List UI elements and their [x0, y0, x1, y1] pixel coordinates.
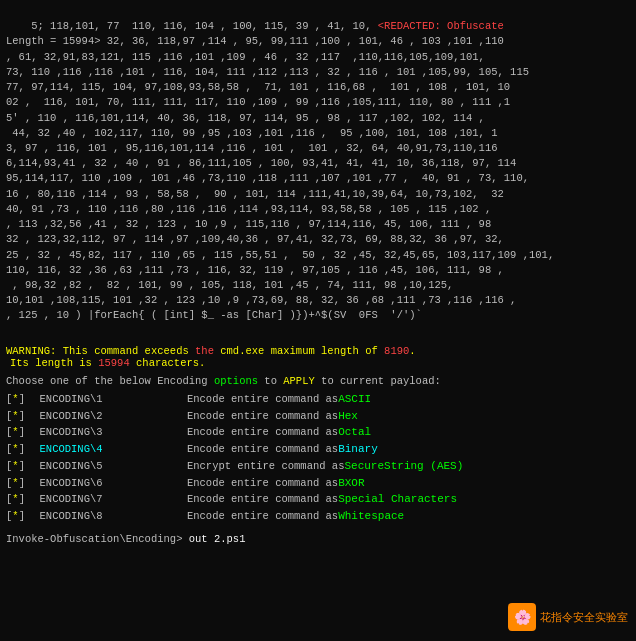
watermark-text: 花指令安全实验室	[540, 610, 628, 625]
watermark: 🌸 花指令安全实验室	[508, 603, 628, 631]
prompt-command: out 2.ps1	[182, 533, 245, 545]
prompt-path: Invoke-Obfuscation\Encoding>	[6, 533, 182, 545]
choose-options-word: options	[214, 375, 258, 387]
enc-desc-7: Encode entire command as	[187, 492, 338, 508]
enc-key-5: ENCODING\5	[27, 459, 187, 475]
warning-dot: .	[409, 345, 415, 357]
enc-bracket: ]	[19, 409, 25, 425]
enc-type-4: Binary	[338, 441, 378, 458]
enc-type-5: SecureString (AES)	[344, 458, 463, 475]
warning-mid: cmd.exe maximum length of	[214, 345, 384, 357]
enc-bracket: ]	[19, 425, 25, 441]
enc-desc-4: Encode entire command as	[187, 442, 338, 458]
choose-apply-word: APPLY	[283, 375, 315, 387]
code-line-20: , 125 , 10 ) |forEach{ ( [int] $_ -as [C…	[6, 309, 422, 321]
code-line-12: 16 , 80,116 ,114 , 93 , 58,58 , 90 , 101…	[6, 188, 504, 200]
enc-key-2: ENCODING\2	[27, 409, 187, 425]
enc-type-1: ASCII	[338, 391, 371, 408]
choose-to: to	[258, 375, 283, 387]
list-item: [*] ENCODING\4 Encode entire command as …	[6, 441, 630, 458]
warning-cmdexe: the	[195, 345, 214, 357]
code-line-9: 3, 97 , 116, 101 , 95,116,101,114 ,116 ,…	[6, 142, 497, 154]
warning-max-length: 8190	[384, 345, 409, 357]
code-line-6: 02 , 116, 101, 70, 111, 111, 117, 110 ,1…	[6, 96, 510, 108]
code-line-1: 5; 118,101, 77 110, 116, 104 , 100, 115,…	[31, 20, 378, 32]
enc-bracket: ]	[19, 459, 25, 475]
code-line-8: 44, 32 ,40 , 102,117, 110, 99 ,95 ,103 ,…	[6, 127, 498, 139]
enc-key-1: ENCODING\1	[27, 392, 187, 408]
enc-desc-2: Encode entire command as	[187, 409, 338, 425]
enc-bracket: ]	[19, 392, 25, 408]
warning-line2: Its length is 15994 characters.	[6, 357, 630, 369]
code-output: 5; 118,101, 77 110, 116, 104 , 100, 115,…	[6, 4, 630, 339]
code-line-14: , 113 ,32,56 ,41 , 32 , 123 , 10 ,9 , 11…	[6, 218, 491, 230]
list-item: [*] ENCODING\2 Encode entire command as …	[6, 408, 630, 425]
list-item: [*] ENCODING\8 Encode entire command as …	[6, 508, 630, 525]
code-line-5: 77, 97,114, 115, 104, 97,108,93,58,58 , …	[6, 81, 510, 93]
warning-line1: WARNING: This command exceeds the cmd.ex…	[6, 345, 630, 357]
code-line-15: 32 , 123,32,112, 97 , 114 ,97 ,109,40,36…	[6, 233, 504, 245]
watermark-icon: 🌸	[508, 603, 536, 631]
encoding-list: [*] ENCODING\1 Encode entire command as …	[6, 391, 630, 525]
enc-bracket: ]	[19, 476, 25, 492]
code-line-11: 95,114,117, 110 ,109 , 101 ,46 ,73,110 ,…	[6, 172, 529, 184]
enc-desc-8: Encode entire command as	[187, 509, 338, 525]
enc-type-7: Special Characters	[338, 491, 457, 508]
enc-key-7: ENCODING\7	[27, 492, 187, 508]
terminal: 5; 118,101, 77 110, 116, 104 , 100, 115,…	[0, 0, 636, 641]
list-item: [*] ENCODING\3 Encode entire command as …	[6, 424, 630, 441]
warning-its: Its length is	[10, 357, 98, 369]
warning-chars: characters.	[130, 357, 206, 369]
enc-key-6: ENCODING\6	[27, 476, 187, 492]
enc-desc-5: Encrypt entire command as	[187, 459, 345, 475]
code-line-3: , 61, 32,91,83,121, 115 ,116 ,101 ,109 ,…	[6, 51, 485, 63]
enc-bracket: ]	[19, 509, 25, 525]
enc-desc-1: Encode entire command as	[187, 392, 338, 408]
list-item: [*] ENCODING\5 Encrypt entire command as…	[6, 458, 630, 475]
code-line-16: 25 , 32 , 45,82, 117 , 110 ,65 , 115 ,55…	[6, 249, 554, 261]
enc-type-3: Octal	[338, 424, 371, 441]
choose-line: Choose one of the below Encoding options…	[6, 375, 630, 387]
enc-bracket: ]	[19, 442, 25, 458]
enc-key-4: ENCODING\4	[27, 442, 187, 458]
warning-section: WARNING: This command exceeds the cmd.ex…	[6, 345, 630, 369]
code-line-2: Length = 15994> 32, 36, 118,97 ,114 , 95…	[6, 35, 504, 47]
warning-prefix: WARNING: This command exceeds	[6, 345, 195, 357]
enc-bracket: ]	[19, 492, 25, 508]
code-line-10: 6,114,93,41 , 32 , 40 , 91 , 86,111,105 …	[6, 157, 516, 169]
enc-type-2: Hex	[338, 408, 358, 425]
choose-prefix: Choose one of the below Encoding	[6, 375, 214, 387]
enc-key-3: ENCODING\3	[27, 425, 187, 441]
enc-type-8: Whitespace	[338, 508, 404, 525]
enc-desc-6: Encode entire command as	[187, 476, 338, 492]
code-line-17: 110, 116, 32 ,36 ,63 ,111 ,73 , 116, 32,…	[6, 264, 504, 276]
code-line-7: 5' , 110 , 116,101,114, 40, 36, 118, 97,…	[6, 112, 485, 124]
code-line-19: 10,101 ,108,115, 101 ,32 , 123 ,10 ,9 ,7…	[6, 294, 516, 306]
enc-desc-3: Encode entire command as	[187, 425, 338, 441]
code-line-13: 40, 91 ,73 , 110 ,116 ,80 ,116 ,116 ,114…	[6, 203, 491, 215]
code-line-4: 73, 110 ,116 ,116 ,101 , 116, 104, 111 ,…	[6, 66, 529, 78]
list-item: [*] ENCODING\1 Encode entire command as …	[6, 391, 630, 408]
code-line-18: , 98,32 ,82 , 82 , 101, 99 , 105, 118, 1…	[6, 279, 453, 291]
redacted-marker: <REDACTED: Obfuscate	[378, 20, 504, 32]
list-item: [*] ENCODING\7 Encode entire command as …	[6, 491, 630, 508]
choose-suffix: to current payload:	[315, 375, 441, 387]
prompt-line[interactable]: Invoke-Obfuscation\Encoding> out 2.ps1	[6, 533, 630, 545]
enc-key-8: ENCODING\8	[27, 509, 187, 525]
enc-type-6: BXOR	[338, 475, 364, 492]
list-item: [*] ENCODING\6 Encode entire command as …	[6, 475, 630, 492]
warning-current-length: 15994	[98, 357, 130, 369]
